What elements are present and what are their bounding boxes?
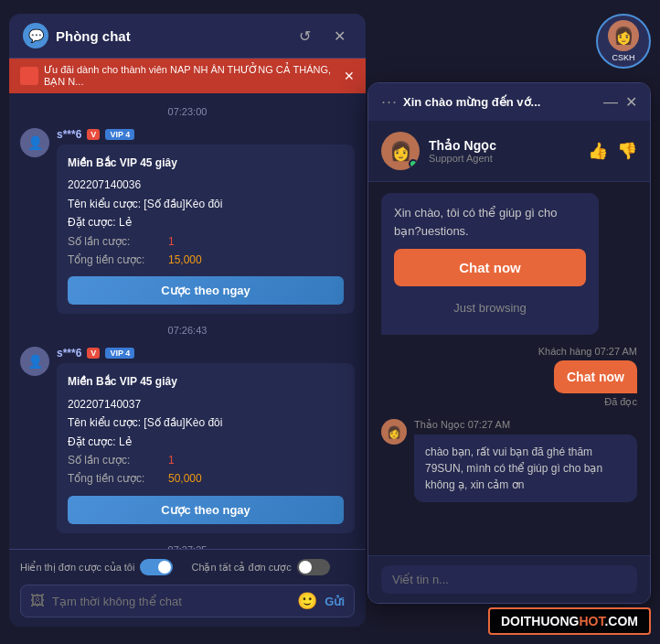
thumbs-up-button[interactable]: 👍 bbox=[588, 141, 608, 161]
bet-choice-row-2: Đặt cược: Lẻ bbox=[68, 433, 344, 451]
message-meta-1: s***6 V VIP 4 bbox=[57, 128, 355, 141]
bet-choice-row-1: Đặt cược: Lẻ bbox=[68, 213, 344, 231]
read-status: Đã đọc bbox=[604, 396, 637, 408]
support-chat-header: ··· Xin chào mừng đến vớ... — ✕ bbox=[368, 83, 650, 121]
watermark: DOITHUONGHOT.COM bbox=[488, 607, 651, 635]
vip-badge-2: V bbox=[87, 348, 100, 359]
vip-badge-1: V bbox=[87, 129, 100, 140]
support-chat-footer bbox=[368, 555, 650, 603]
bet-card-2: Miền Bắc VIP 45 giây 202207140037 Tên ki… bbox=[57, 363, 355, 532]
timestamp-2: 07:26:43 bbox=[20, 321, 355, 339]
message-row-1: 👤 s***6 V VIP 4 Miền Bắc VIP 45 giây 202… bbox=[20, 128, 355, 314]
minimize-support-button[interactable]: — bbox=[603, 94, 618, 111]
notification-bar: Ưu đãi dành cho thành viên NAP NH ÂN THƯ… bbox=[9, 59, 366, 93]
chat-input-row: 🖼 🙂 Gửi bbox=[20, 585, 355, 617]
cskh-button[interactable]: 👩 CSKH bbox=[596, 14, 651, 69]
bet-type-row-2: Tên kiểu cược: [Số đầu]Kèo đôi bbox=[68, 413, 344, 432]
chat-messages-area: 07:23:00 👤 s***6 V VIP 4 Miền Bắc VIP 45… bbox=[9, 93, 366, 549]
toggle-switch-1[interactable] bbox=[140, 559, 173, 575]
user-avatar-1: 👤 bbox=[20, 128, 49, 157]
close-support-button[interactable]: ✕ bbox=[625, 93, 637, 111]
support-agent-row: 👩 Thảo Ngọc Support Agent 👍 👎 bbox=[368, 121, 650, 182]
message-content-1: s***6 V VIP 4 Miền Bắc VIP 45 giây 20220… bbox=[57, 128, 355, 314]
message-meta-2: s***6 V VIP 4 bbox=[57, 347, 355, 360]
three-dots-icon[interactable]: ··· bbox=[381, 92, 398, 112]
chat-icon: 💬 bbox=[23, 23, 48, 48]
main-chat-header: 💬 Phòng chat ↺ ✕ bbox=[9, 14, 366, 59]
support-chat-popup: ··· Xin chào mừng đến vớ... — ✕ 👩 Thảo N… bbox=[367, 82, 651, 604]
bet-title-2: Miền Bắc VIP 45 giây bbox=[68, 372, 344, 391]
close-main-chat-button[interactable]: ✕ bbox=[326, 23, 352, 48]
user-avatar-2: 👤 bbox=[20, 347, 49, 376]
agent-bottom-row: 👩 Thảo Ngọc 07:27 AM chào bạn, rất vui b… bbox=[381, 419, 637, 502]
emoji-button[interactable]: 🙂 bbox=[297, 591, 317, 611]
toggle-label-1: Hiển thị đơn cược của tôi bbox=[20, 562, 134, 574]
customer-chat-now-bubble: Chat now bbox=[554, 360, 637, 393]
bet-count-label-1: Số lần cược: bbox=[68, 232, 168, 251]
support-chat-input[interactable] bbox=[392, 573, 626, 586]
toggle-row: Hiển thị đơn cược của tôi Chặn tất cả đơ… bbox=[20, 559, 355, 575]
support-header-left: ··· Xin chào mừng đến vớ... bbox=[381, 92, 540, 112]
chat-now-primary-button[interactable]: Chat now bbox=[394, 249, 586, 286]
bet-id-1: 202207140036 bbox=[68, 176, 141, 194]
agent-bottom-label: Thảo Ngọc 07:27 AM bbox=[414, 419, 637, 431]
toggle-item-2: Chặn tất cả đơn cược bbox=[191, 559, 329, 575]
agent-greeting-bubble: Xin chào, tôi có thể giúp gì cho bạn?ues… bbox=[381, 193, 599, 335]
thumbs-down-button[interactable]: 👎 bbox=[617, 141, 637, 161]
bet-total-row-1: Tổng tiền cược: 15,000 bbox=[68, 251, 344, 269]
bet-count-label-2: Số lần cược: bbox=[68, 451, 168, 469]
refresh-button[interactable]: ↺ bbox=[292, 23, 317, 48]
main-chat-window: 💬 Phòng chat ↺ ✕ Ưu đãi dành cho thành v… bbox=[9, 14, 366, 627]
message-content-2: s***6 V VIP 4 Miền Bắc VIP 45 giây 20220… bbox=[57, 347, 355, 532]
agent-actions: 👍 👎 bbox=[588, 141, 637, 161]
cskh-avatar: 👩 bbox=[608, 20, 639, 51]
timestamp-3: 07:27:25 bbox=[20, 541, 355, 549]
bet-follow-button-2[interactable]: Cược theo ngay bbox=[68, 496, 344, 524]
bet-total-row-2: Tổng tiền cược: 50,000 bbox=[68, 469, 344, 488]
support-header-right: — ✕ bbox=[603, 93, 637, 111]
bet-choice-1: Đặt cược: Lẻ bbox=[68, 213, 132, 231]
main-chat-title: Phòng chat bbox=[56, 28, 131, 44]
bet-id-row-1: 202207140036 bbox=[68, 176, 344, 194]
message-row-2: 👤 s***6 V VIP 4 Miền Bắc VIP 45 giây 202… bbox=[20, 347, 355, 532]
bet-card-1: Miền Bắc VIP 45 giây 202207140036 Tên ki… bbox=[57, 145, 355, 314]
agent-response-bubble: chào bạn, rất vui bạn đã ghé thăm 79SUN,… bbox=[414, 435, 637, 502]
bet-follow-button-1[interactable]: Cược theo ngay bbox=[68, 276, 344, 305]
bet-choice-2: Đặt cược: Lẻ bbox=[68, 433, 132, 451]
image-icon: 🖼 bbox=[30, 593, 45, 609]
bet-total-label-2: Tổng tiền cược: bbox=[68, 469, 168, 488]
agent-greeting-text: Xin chào, tôi có thể giúp gì cho bạn?ues… bbox=[394, 206, 558, 238]
username-1: s***6 bbox=[57, 128, 81, 141]
agent-info: 👩 Thảo Ngọc Support Agent bbox=[381, 132, 496, 170]
bet-title-1: Miền Bắc VIP 45 giây bbox=[68, 154, 344, 172]
bet-count-row-2: Số lần cược: 1 bbox=[68, 451, 344, 469]
username-2: s***6 bbox=[57, 347, 81, 360]
bet-total-val-1: 15,000 bbox=[168, 251, 202, 269]
send-button[interactable]: Gửi bbox=[325, 595, 345, 608]
bet-type-2: Tên kiểu cược: [Số đầu]Kèo đôi bbox=[68, 413, 222, 432]
header-left: 💬 Phòng chat bbox=[23, 23, 131, 48]
agent-details: Thảo Ngọc Support Agent bbox=[429, 138, 496, 164]
toggle-label-2: Chặn tất cả đơn cược bbox=[191, 562, 291, 574]
notif-icon bbox=[20, 67, 38, 85]
bet-id-row-2: 202207140037 bbox=[68, 395, 344, 413]
notification-close[interactable]: ✕ bbox=[344, 69, 355, 83]
agent-role: Support Agent bbox=[429, 153, 496, 164]
agent-avatar: 👩 bbox=[381, 132, 420, 170]
bet-count-row-1: Số lần cược: 1 bbox=[68, 232, 344, 251]
chat-input[interactable] bbox=[52, 595, 290, 608]
agent-bottom-content: Thảo Ngọc 07:27 AM chào bạn, rất vui bạn… bbox=[414, 419, 637, 502]
bet-total-label-1: Tổng tiền cược: bbox=[68, 251, 168, 269]
just-browsing-button[interactable]: Just browsing bbox=[394, 292, 586, 324]
bet-count-val-1: 1 bbox=[168, 232, 175, 251]
watermark-prefix: DOITHUONG bbox=[501, 614, 580, 628]
support-messages-area: Xin chào, tôi có thể giúp gì cho bạn?ues… bbox=[368, 182, 650, 555]
toggle-switch-2[interactable] bbox=[297, 559, 330, 575]
bet-id-2: 202207140037 bbox=[68, 395, 141, 413]
agent-bottom-avatar: 👩 bbox=[381, 419, 407, 445]
toggle-item-1: Hiển thị đơn cược của tôi bbox=[20, 559, 173, 575]
header-icons: ↺ ✕ bbox=[292, 23, 352, 48]
watermark-hot: HOT bbox=[579, 614, 604, 628]
online-indicator bbox=[409, 159, 418, 168]
support-input-row bbox=[381, 565, 637, 594]
